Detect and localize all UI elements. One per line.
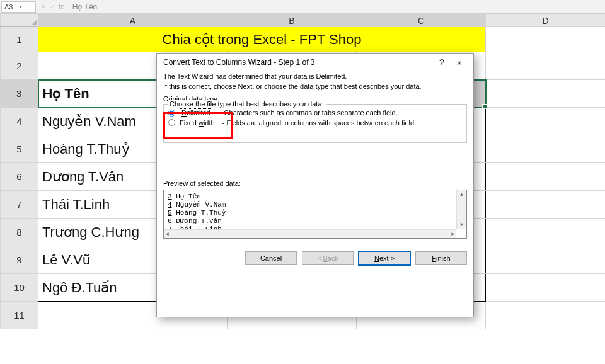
back-button: < Back — [302, 251, 354, 265]
cell-D11[interactable] — [486, 302, 606, 329]
cell-D8[interactable] — [486, 219, 606, 246]
radio-fixed-row: Fixed width - Fields are aligned in colu… — [168, 118, 463, 127]
dialog-intro-1: The Text Wizard has determined that your… — [163, 72, 467, 80]
cell-D6[interactable] — [486, 163, 606, 191]
preview-box: 3 Họ Tên 4 Nguyễn V.Nam 5 Hoàng T.Thuỷ 6… — [163, 190, 467, 239]
dialog-buttons: Cancel < Back Next > Finish — [157, 244, 473, 271]
radio-delimited[interactable] — [168, 109, 175, 116]
row-1: 1 Chia cột trong Excel - FPT Shop — [1, 27, 606, 52]
title-cell[interactable]: Chia cột trong Excel - FPT Shop — [38, 27, 486, 52]
row-header-1[interactable]: 1 — [1, 27, 38, 52]
formula-bar-value[interactable]: Họ Tên — [72, 3, 97, 11]
preview-line: 4 Nguyễn V.Nam — [168, 201, 463, 209]
cell-D9[interactable] — [486, 246, 606, 274]
cell-D5[interactable] — [486, 135, 606, 163]
column-headers: A B C D — [1, 14, 606, 27]
row-header-11[interactable]: 11 — [1, 302, 38, 329]
cancel-button[interactable]: Cancel — [245, 251, 297, 265]
cell-D10[interactable] — [486, 274, 606, 302]
preview-label: Preview of selected data: — [163, 179, 467, 187]
column-header-B[interactable]: B — [228, 14, 357, 27]
dialog-body: The Text Wizard has determined that your… — [157, 72, 473, 244]
scroll-up-icon[interactable]: ▲ — [460, 190, 463, 199]
column-header-C[interactable]: C — [357, 14, 486, 27]
help-icon[interactable]: ? — [433, 57, 451, 67]
formula-controls: ✕ ✓ fx — [41, 3, 64, 10]
scroll-right-icon[interactable]: ► — [449, 231, 456, 237]
name-box[interactable]: A3 ▼ — [1, 1, 36, 13]
file-type-group: Choose the file type that best describes… — [163, 104, 467, 143]
cell-D2[interactable] — [486, 52, 606, 80]
text-to-columns-dialog: Convert Text to Columns Wizard - Step 1 … — [156, 53, 474, 317]
close-icon[interactable]: × — [451, 57, 468, 68]
row-header-7[interactable]: 7 — [1, 191, 38, 219]
fx-icon[interactable]: fx — [59, 3, 64, 10]
preview-hscrollbar[interactable]: ◄ ► — [164, 229, 456, 238]
worksheet: A B C D 1 Chia cột trong Excel - FPT Sho… — [0, 14, 605, 329]
enter-formula-icon: ✓ — [50, 3, 55, 10]
radio-fixed-desc: - Fields are aligned in columns with spa… — [222, 119, 417, 127]
finish-button[interactable]: Finish — [415, 251, 467, 265]
column-header-D[interactable]: D — [486, 14, 606, 27]
group-legend: Choose the file type that best describes… — [168, 100, 326, 108]
column-header-A[interactable]: A — [38, 14, 228, 27]
select-all-corner[interactable] — [1, 14, 38, 27]
row-header-8[interactable]: 8 — [1, 219, 38, 246]
scroll-down-icon[interactable]: ▼ — [460, 220, 463, 229]
cancel-formula-icon: ✕ — [41, 3, 46, 10]
row-header-2[interactable]: 2 — [1, 52, 38, 80]
dialog-intro-2: If this is correct, choose Next, or choo… — [163, 82, 467, 90]
cell-D1[interactable] — [486, 27, 606, 52]
row-header-5[interactable]: 5 — [1, 135, 38, 163]
row-header-3[interactable]: 3 — [1, 80, 38, 108]
row-header-10[interactable]: 10 — [1, 274, 38, 302]
name-box-value: A3 — [4, 3, 19, 11]
dialog-titlebar[interactable]: Convert Text to Columns Wizard - Step 1 … — [157, 54, 473, 71]
radio-delimited-label[interactable]: Delimited — [180, 108, 212, 117]
radio-delimited-row: Delimited - Characters such as commas or… — [168, 108, 463, 117]
cell-D3[interactable] — [486, 80, 606, 108]
preview-vscrollbar[interactable]: ▲ ▼ — [456, 190, 466, 229]
preview-line: 6 Dương T.Vân — [168, 217, 463, 225]
dialog-title: Convert Text to Columns Wizard - Step 1 … — [163, 58, 433, 67]
formula-bar: A3 ▼ ✕ ✓ fx Họ Tên — [0, 0, 605, 14]
row-header-6[interactable]: 6 — [1, 163, 38, 191]
row-header-9[interactable]: 9 — [1, 246, 38, 274]
preview-line: 5 Hoàng T.Thuỷ — [168, 209, 463, 217]
scroll-left-icon[interactable]: ◄ — [164, 231, 171, 237]
radio-fixed-width[interactable] — [168, 119, 175, 126]
chevron-down-icon[interactable]: ▼ — [19, 4, 33, 9]
row-header-4[interactable]: 4 — [1, 108, 38, 135]
next-button[interactable]: Next > — [359, 251, 410, 265]
cell-D7[interactable] — [486, 191, 606, 219]
radio-fixed-label[interactable]: Fixed width — [180, 119, 215, 127]
preview-line: 3 Họ Tên — [168, 193, 463, 201]
radio-delimited-desc: - Characters such as commas or tabs sepa… — [220, 109, 398, 117]
cell-D4[interactable] — [486, 108, 606, 135]
